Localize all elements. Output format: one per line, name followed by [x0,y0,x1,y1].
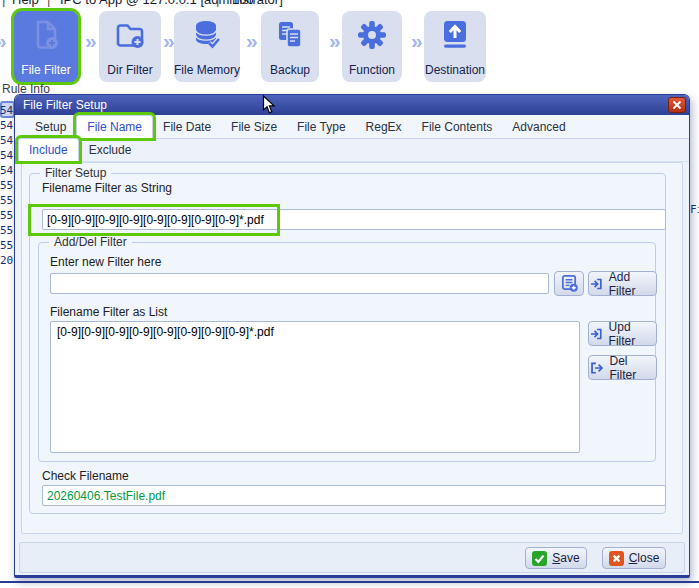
filter-list-tool-button[interactable] [554,271,584,296]
background-log-fragment: 55 [0,239,13,252]
database-check-icon [174,17,240,53]
close-label: Close [629,551,660,565]
background-log-fragment: 20 [0,254,13,267]
tab-advanced[interactable]: Advanced [502,116,575,138]
background-log-fragment: 54 [0,104,13,117]
tab-setup[interactable]: Setup [25,116,76,138]
add-filter-label: Add Filter [609,270,656,298]
toolbar-button-label: File Memory [174,63,240,77]
arrow-in-icon [589,326,604,342]
background-log-fragment: 54 [0,119,13,132]
enter-new-filter-label: Enter new Filter here [50,255,161,269]
upload-arrow-icon [424,17,486,53]
tab-strip: Setup File Name File Date File Size File… [15,115,689,139]
close-x-icon [609,551,624,566]
chevron-separator-icon: » [85,29,97,53]
background-log-fragment: 55 [0,209,13,222]
new-filter-input[interactable] [50,273,549,294]
save-label: Save [552,551,579,565]
upd-filter-button[interactable]: Upd Filter [588,321,657,346]
menu-item-help[interactable]: Help [12,0,39,7]
del-filter-button[interactable]: Del Filter [588,355,657,380]
toolbar-button-backup[interactable]: Backup [261,11,319,82]
toolbar-button-file-filter[interactable]: File Filter [14,11,78,82]
filter-list-item[interactable]: [0-9][0-9][0-9][0-9][0-9][0-9][0-9][0-9]… [51,322,579,342]
save-button[interactable]: Save [525,547,587,569]
chevron-separator-icon: » [163,29,175,53]
background-window-edge [0,581,699,583]
screen: | Help | IPC to App @ 127.0.0.1 [adminis… [0,0,699,588]
tab-page-panel: Filter Setup Filename Filter as String A… [21,162,683,534]
dialog-footer: Save Close [19,542,685,573]
dialog-titlebar[interactable]: File Filter Setup [15,95,689,115]
toolbar-button-destination[interactable]: Destination [424,11,486,82]
add-del-filter-legend: Add/Del Filter [49,235,132,249]
copy-documents-icon [261,17,319,53]
tab-file-contents[interactable]: File Contents [412,116,503,138]
close-icon [672,100,682,110]
background-log-fragment: 55 [0,194,13,207]
add-filter-button[interactable]: Add Filter [588,271,657,296]
menu-item-count: 100 [232,0,254,7]
mouse-cursor [262,95,276,119]
tab-file-name[interactable]: File Name [76,115,153,138]
list-plus-icon [560,274,579,293]
filename-filter-list-label: Filename Filter as List [50,305,167,319]
menu-separator: | [216,0,219,7]
subtab-include[interactable]: Include [18,138,79,161]
chevron-separator-icon: » [329,29,341,53]
chevron-separator-icon: » [411,29,423,53]
arrow-in-icon [589,276,604,292]
upd-filter-label: Upd Filter [609,320,656,348]
filename-filter-string-label: Filename Filter as String [42,181,172,195]
file-filter-setup-dialog: File Filter Setup Setup File Name File D… [14,94,690,578]
filename-filter-string-input[interactable] [42,209,666,230]
folder-plus-icon [99,17,161,53]
toolbar-button-label: Backup [261,63,319,77]
tab-file-type[interactable]: File Type [287,116,355,138]
background-log-fragment: 54 [0,149,13,162]
chevron-separator-icon: » [246,29,258,53]
background-log-fragment: 54 [0,134,13,147]
toolbar-button-label: Destination [424,63,486,77]
menu-separator: | [2,0,5,7]
tab-file-size[interactable]: File Size [221,116,287,138]
toolbar-button-label: Function [342,63,402,77]
background-text-fragment: Fi [690,203,699,216]
subtab-strip: Include Exclude [15,139,689,162]
chevron-separator-icon: » [0,29,7,53]
toolbar-button-dir-filter[interactable]: Dir Filter [99,11,161,82]
check-filename-input[interactable] [42,485,666,506]
close-button[interactable]: Close [602,547,666,569]
dialog-close-button[interactable] [668,97,686,113]
menu-separator: | [47,0,50,7]
arrow-out-icon [589,360,605,376]
background-log-fragment: 55 [0,179,13,192]
background-log-fragment: 55 [0,224,13,237]
file-plus-icon [14,17,78,53]
dialog-title: File Filter Setup [23,98,107,112]
toolbar-button-label: File Filter [14,63,78,77]
toolbar-button-label: Dir Filter [99,63,161,77]
tab-regex[interactable]: RegEx [356,116,412,138]
gear-icon [342,17,402,53]
save-check-icon [532,551,547,566]
del-filter-label: Del Filter [610,354,657,382]
tab-file-date[interactable]: File Date [153,116,221,138]
subtab-exclude[interactable]: Exclude [79,139,142,161]
filter-listbox[interactable]: [0-9][0-9][0-9][0-9][0-9][0-9][0-9][0-9]… [50,321,580,453]
background-log-fragment: 54 [0,164,13,177]
toolbar-button-file-memory[interactable]: File Memory [174,11,240,82]
filter-setup-legend: Filter Setup [40,166,111,180]
check-filename-label: Check Filename [42,469,129,483]
toolbar-button-function[interactable]: Function [342,11,402,82]
menu-bar: | Help | IPC to App @ 127.0.0.1 [adminis… [0,0,699,10]
